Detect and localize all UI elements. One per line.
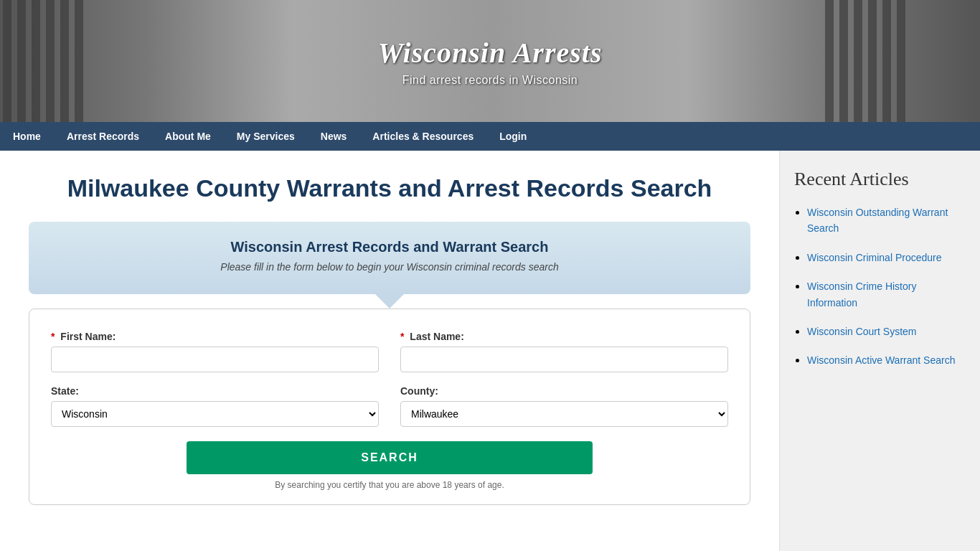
- hero-banner: Wisconsin Arrests Find arrest records in…: [0, 0, 980, 122]
- hero-text-block: Wisconsin Arrests Find arrest records in…: [377, 36, 602, 87]
- nav-my-services[interactable]: My Services: [224, 122, 308, 151]
- article-link-4[interactable]: Wisconsin Court System: [807, 326, 916, 337]
- article-link-2[interactable]: Wisconsin Criminal Procedure: [807, 252, 942, 263]
- name-row: * First Name: * Last Name:: [51, 331, 728, 372]
- last-name-label: * Last Name:: [400, 331, 728, 342]
- search-box-subtitle: Please fill in the form below to begin y…: [50, 261, 729, 273]
- main-container: Milwaukee County Warrants and Arrest Rec…: [0, 151, 980, 551]
- article-link-5[interactable]: Wisconsin Active Warrant Search: [807, 354, 955, 366]
- article-link-1[interactable]: Wisconsin Outstanding Warrant Search: [807, 207, 948, 234]
- article-item-4: Wisconsin Court System: [807, 324, 966, 339]
- main-navigation: Home Arrest Records About Me My Services…: [0, 122, 980, 151]
- first-name-label: * First Name:: [51, 331, 379, 342]
- last-name-group: * Last Name:: [400, 331, 728, 372]
- article-item-2: Wisconsin Criminal Procedure: [807, 250, 966, 265]
- certify-text: By searching you certify that you are ab…: [51, 480, 728, 490]
- article-item-1: Wisconsin Outstanding Warrant Search: [807, 204, 966, 237]
- state-label: State:: [51, 385, 379, 397]
- nav-arrest-records[interactable]: Arrest Records: [54, 122, 152, 151]
- article-link-3[interactable]: Wisconsin Crime History Information: [807, 281, 916, 308]
- hero-title: Wisconsin Arrests: [377, 36, 602, 70]
- state-group: State: Wisconsin Alabama Alaska Arizona …: [51, 385, 379, 427]
- arrow-down-indicator: [375, 294, 404, 309]
- last-name-required-star: *: [400, 331, 404, 342]
- nav-news[interactable]: News: [308, 122, 360, 151]
- state-county-row: State: Wisconsin Alabama Alaska Arizona …: [51, 385, 728, 427]
- search-box-title: Wisconsin Arrest Records and Warrant Sea…: [50, 239, 729, 255]
- article-item-3: Wisconsin Crime History Information: [807, 278, 966, 311]
- first-name-group: * First Name:: [51, 331, 379, 372]
- first-name-input[interactable]: [51, 347, 379, 372]
- article-item-5: Wisconsin Active Warrant Search: [807, 352, 966, 368]
- search-header-box: Wisconsin Arrest Records and Warrant Sea…: [29, 222, 750, 294]
- nav-home[interactable]: Home: [0, 122, 54, 151]
- sidebar: Recent Articles Wisconsin Outstanding Wa…: [779, 151, 980, 551]
- recent-articles-list: Wisconsin Outstanding Warrant Search Wis…: [794, 204, 966, 369]
- county-label: County:: [400, 385, 728, 397]
- page-title: Milwaukee County Warrants and Arrest Rec…: [29, 172, 750, 204]
- content-area: Milwaukee County Warrants and Arrest Rec…: [0, 151, 779, 551]
- first-name-required-star: *: [51, 331, 55, 342]
- nav-login[interactable]: Login: [486, 122, 540, 151]
- nav-about-me[interactable]: About Me: [152, 122, 224, 151]
- state-select[interactable]: Wisconsin Alabama Alaska Arizona Califor…: [51, 401, 379, 427]
- hero-subtitle: Find arrest records in Wisconsin: [377, 74, 602, 87]
- nav-articles-resources[interactable]: Articles & Resources: [359, 122, 486, 151]
- county-select[interactable]: Milwaukee Dane Waukesha Brown Racine: [400, 401, 728, 427]
- last-name-input[interactable]: [400, 347, 728, 372]
- county-group: County: Milwaukee Dane Waukesha Brown Ra…: [400, 385, 728, 427]
- search-form-container: * First Name: * Last Name: State:: [29, 309, 750, 505]
- sidebar-title: Recent Articles: [794, 169, 966, 190]
- search-button[interactable]: SEARCH: [187, 441, 593, 474]
